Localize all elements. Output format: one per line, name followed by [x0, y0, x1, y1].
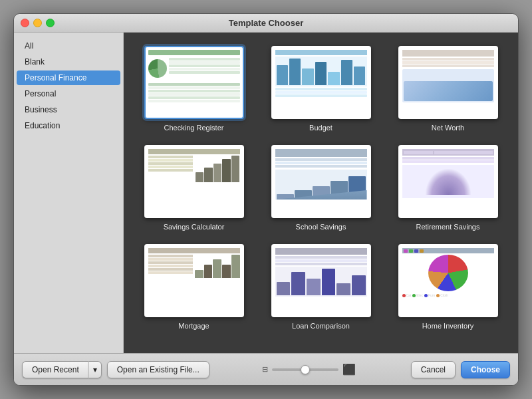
template-label-savings-calculator: Savings Calculator [164, 223, 225, 231]
zoom-out-icon: ⊟ [262, 365, 268, 374]
template-thumb-retirement-savings[interactable] [398, 145, 498, 218]
bottom-bar: Open Recent ▾ Open an Existing File... ⊟… [14, 353, 518, 385]
template-thumb-savings-calculator[interactable] [144, 145, 244, 218]
zoom-slider-area: ⊟ ⬛ [262, 363, 356, 376]
template-retirement-savings[interactable]: Retirement Savings [391, 145, 505, 231]
choose-button[interactable]: Choose [461, 361, 510, 378]
template-label-net-worth: Net Worth [432, 124, 464, 132]
open-recent-arrow-icon: ▾ [93, 365, 97, 374]
template-savings-calculator[interactable]: Savings Calculator [137, 145, 251, 231]
template-mortgage[interactable]: Mortgage [137, 244, 251, 330]
template-thumb-checking-register[interactable] [144, 46, 244, 119]
template-thumb-home-inventory[interactable]: Cat Elec Furn Cloth [398, 244, 498, 317]
template-thumb-budget[interactable] [271, 46, 371, 119]
template-chooser-window: Template Chooser All Blank Personal Fina… [13, 13, 519, 386]
template-school-savings[interactable]: School Savings [264, 145, 378, 231]
template-grid: Checking Register [137, 46, 505, 330]
sidebar-item-blank[interactable]: Blank [17, 55, 120, 69]
template-label-loan-comparison: Loan Comparison [292, 322, 350, 330]
sidebar-item-personal-finance[interactable]: Personal Finance [17, 70, 120, 85]
template-label-mortgage: Mortgage [178, 322, 209, 330]
minimize-button[interactable] [33, 19, 42, 27]
open-existing-button[interactable]: Open an Existing File... [107, 361, 209, 378]
sidebar-item-personal[interactable]: Personal [17, 86, 120, 101]
maximize-button[interactable] [46, 19, 55, 27]
traffic-lights [21, 19, 55, 27]
template-label-checking-register: Checking Register [164, 124, 224, 132]
template-budget[interactable]: Budget [264, 46, 378, 132]
zoom-slider[interactable] [272, 368, 338, 371]
open-recent-wrapper: Open Recent ▾ [22, 361, 102, 378]
sidebar-item-all[interactable]: All [17, 39, 120, 53]
template-thumb-mortgage[interactable] [144, 244, 244, 317]
template-net-worth[interactable]: Net Worth [391, 46, 505, 132]
sidebar-item-business[interactable]: Business [17, 102, 120, 117]
template-thumb-school-savings[interactable] [271, 145, 371, 218]
sidebar: All Blank Personal Finance Personal Busi… [14, 33, 124, 353]
template-home-inventory[interactable]: Cat Elec Furn Cloth [391, 244, 505, 330]
sidebar-item-education[interactable]: Education [17, 118, 120, 133]
open-recent-button[interactable]: Open Recent [22, 361, 88, 378]
title-bar: Template Chooser [14, 14, 518, 33]
template-label-budget: Budget [309, 124, 332, 132]
window-title: Template Chooser [229, 18, 303, 28]
template-label-retirement-savings: Retirement Savings [416, 223, 480, 231]
template-thumb-net-worth[interactable] [398, 46, 498, 119]
template-loan-comparison[interactable]: Loan Comparison [264, 244, 378, 330]
template-thumb-loan-comparison[interactable] [271, 244, 371, 317]
template-checking-register[interactable]: Checking Register [137, 46, 251, 132]
template-label-school-savings: School Savings [296, 223, 346, 231]
open-recent-dropdown-button[interactable]: ▾ [88, 361, 102, 378]
template-label-home-inventory: Home Inventory [422, 322, 474, 330]
close-button[interactable] [21, 19, 29, 27]
template-grid-area: Checking Register [124, 33, 518, 353]
cancel-button[interactable]: Cancel [411, 361, 456, 378]
person-icon: ⬛ [342, 363, 356, 376]
main-content: All Blank Personal Finance Personal Busi… [14, 33, 518, 353]
